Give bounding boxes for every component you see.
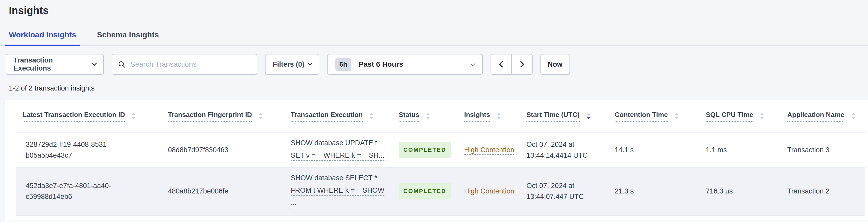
chevron-down-icon bbox=[471, 62, 475, 66]
insights-cell: High Contention bbox=[458, 139, 520, 161]
fingerprint-id-cell: 480a8b217be006fe bbox=[162, 181, 284, 201]
column-header-fingerprint-id[interactable]: Transaction Fingerprint ID bbox=[162, 110, 284, 122]
column-header-start-time[interactable]: Start Time (UTC) bbox=[520, 110, 609, 122]
chevron-down-icon bbox=[308, 62, 312, 66]
status-cell: COMPLETED bbox=[393, 137, 458, 163]
table-row: 452da3e7-e7fa-4801-aa40-c59988d14eb6 480… bbox=[17, 167, 865, 216]
execution-id-cell: 452da3e7-e7fa-4801-aa40-c59988d14eb6 bbox=[17, 176, 141, 207]
insights-cell: High Contention bbox=[458, 180, 520, 202]
application-name-cell: Transaction 2 bbox=[781, 181, 865, 201]
page-title: Insights bbox=[9, 4, 868, 17]
execution-id-cell: 328729d2-ff19-4408-8531-b05a5b4e43c7 bbox=[17, 134, 141, 165]
time-range-badge: 6h bbox=[335, 58, 351, 71]
sort-icon bbox=[497, 113, 501, 119]
results-summary: 1-2 of 2 transaction insights bbox=[9, 84, 868, 92]
prev-time-button[interactable] bbox=[491, 54, 512, 75]
application-name-cell: Transaction 3 bbox=[781, 140, 865, 160]
transaction-execution-link[interactable]: ... bbox=[291, 199, 297, 208]
transaction-execution-cell: SHOW database UPDATE t SET v = _ WHERE k… bbox=[284, 134, 393, 165]
next-time-button[interactable] bbox=[512, 54, 533, 75]
sort-icon bbox=[851, 113, 855, 119]
insights-tab-bar: Workload Insights Schema Insights bbox=[0, 30, 868, 45]
chevron-right-icon bbox=[518, 61, 524, 67]
search-box bbox=[112, 54, 257, 75]
table-header-row: Latest Transaction Execution ID Transact… bbox=[17, 100, 865, 132]
column-header-latest-execution-id[interactable]: Latest Transaction Execution ID bbox=[17, 110, 162, 122]
start-time-cell: Oct 07, 2024 at 13:44:07.447 UTC bbox=[520, 176, 609, 207]
toolbar: Transaction Executions Filters (0) 6h Pa… bbox=[6, 54, 868, 75]
now-button[interactable]: Now bbox=[540, 54, 570, 75]
search-icon bbox=[118, 60, 126, 68]
status-cell: COMPLETED bbox=[393, 178, 458, 204]
transaction-execution-link[interactable]: FROM t WHERE k = _ SHOW bbox=[291, 187, 384, 196]
sql-cpu-time-cell: 1.1 ms bbox=[700, 140, 781, 160]
sort-icon bbox=[426, 113, 430, 119]
transaction-execution-link[interactable]: SHOW database UPDATE t bbox=[291, 139, 377, 148]
insights-table-card: Latest Transaction Execution ID Transact… bbox=[5, 100, 868, 221]
column-header-contention-time[interactable]: Contention Time bbox=[609, 110, 700, 122]
sort-icon bbox=[369, 113, 374, 119]
column-header-status[interactable]: Status bbox=[393, 110, 458, 122]
search-input[interactable] bbox=[130, 60, 251, 69]
time-range-label: Past 6 Hours bbox=[359, 60, 403, 68]
filters-label: Filters (0) bbox=[273, 60, 305, 68]
contention-time-cell: 14.1 s bbox=[609, 140, 700, 160]
sort-icon bbox=[132, 113, 136, 119]
transaction-execution-link[interactable]: SET v = _ WHERE k = _ SH... bbox=[291, 152, 384, 161]
status-badge: COMPLETED bbox=[399, 141, 451, 158]
sort-icon bbox=[760, 113, 764, 119]
sort-desc-icon bbox=[586, 113, 591, 119]
contention-time-cell: 21.3 s bbox=[609, 181, 700, 201]
status-badge: COMPLETED bbox=[399, 183, 451, 199]
column-header-transaction-execution[interactable]: Transaction Execution bbox=[284, 110, 393, 122]
start-time-cell: Oct 07, 2024 at 13:44:14.4414 UTC bbox=[520, 134, 609, 165]
chevron-down-icon bbox=[92, 61, 97, 66]
transaction-execution-link[interactable]: SHOW database SELECT * bbox=[291, 174, 377, 183]
transaction-type-label: Transaction Executions bbox=[13, 56, 86, 72]
tab-workload-insights[interactable]: Workload Insights bbox=[5, 30, 80, 46]
table-row: 328729d2-ff19-4408-8531-b05a5b4e43c7 08d… bbox=[17, 132, 865, 167]
column-header-insights[interactable]: Insights bbox=[458, 110, 520, 122]
time-nav-group bbox=[491, 54, 533, 75]
time-range-dropdown[interactable]: 6h Past 6 Hours bbox=[327, 54, 483, 75]
fingerprint-id-cell: 08d8b7d97f830463 bbox=[162, 140, 284, 160]
tab-schema-insights[interactable]: Schema Insights bbox=[93, 30, 162, 46]
transaction-type-dropdown[interactable]: Transaction Executions bbox=[6, 54, 104, 75]
filters-button[interactable]: Filters (0) bbox=[265, 54, 319, 75]
high-contention-link[interactable]: High Contention bbox=[464, 187, 515, 195]
sort-icon bbox=[259, 113, 263, 119]
chevron-left-icon bbox=[499, 61, 505, 67]
high-contention-link[interactable]: High Contention bbox=[464, 146, 515, 154]
sql-cpu-time-cell: 716.3 µs bbox=[700, 181, 781, 201]
transaction-execution-cell: SHOW database SELECT * FROM t WHERE k = … bbox=[284, 169, 393, 213]
column-header-sql-cpu-time[interactable]: SQL CPU Time bbox=[700, 110, 781, 122]
sort-icon bbox=[675, 113, 679, 119]
transaction-insights-table: Latest Transaction Execution ID Transact… bbox=[17, 100, 865, 216]
column-header-application-name[interactable]: Application Name bbox=[781, 110, 865, 122]
